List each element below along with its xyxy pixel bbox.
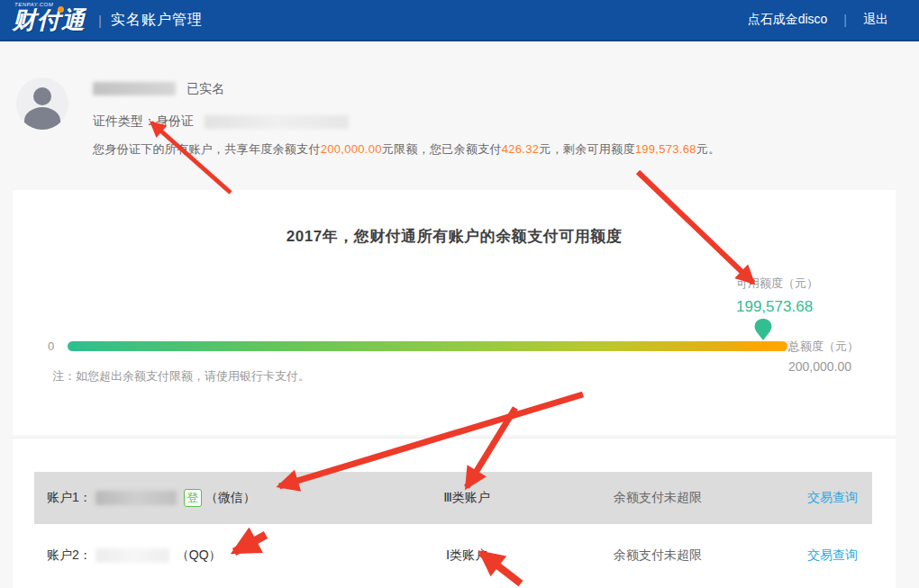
header-divider-2: | xyxy=(843,13,847,27)
quota-bar-fill xyxy=(68,341,787,351)
account-row-2: 账户2： （QQ） Ⅰ类账户 余额支付未超限 交易查询 xyxy=(34,529,872,582)
logout-link[interactable]: 退出 xyxy=(863,12,888,28)
account-1-main: 账户1： 登 （微信） xyxy=(34,489,399,507)
wechat-badge-icon: 登 xyxy=(184,489,202,507)
account-1-type: Ⅲ类账户 xyxy=(399,490,534,506)
chart-note: 注：如您超出余额支付限额，请使用银行卡支付。 xyxy=(52,368,310,384)
quota-bar-track xyxy=(68,341,797,351)
account-2-type: Ⅰ类账户 xyxy=(399,547,534,564)
account-2-label: 账户2： xyxy=(47,547,92,564)
accounts-card: 账户1： 登 （微信） Ⅲ类账户 余额支付未超限 交易查询 账户2： （QQ） … xyxy=(13,438,896,588)
account-1-platform: （微信） xyxy=(205,490,256,506)
redacted-account-1 xyxy=(96,491,177,505)
id-type-label: 证件类型：身份证 xyxy=(93,113,194,130)
page: TENPAY.COM 财付通 | 实名账户管理 点石成金disco | 退出 已… xyxy=(0,0,919,588)
summary-part1: 您身份证下的所有账户，共享年度余额支付 xyxy=(93,142,321,156)
account-1-status: 余额支付未超限 xyxy=(534,490,755,506)
summary-part2: 元限额，您已余额支付 xyxy=(382,142,502,156)
quota-summary-text: 您身份证下的所有账户，共享年度余额支付200,000.00元限额，您已余额支付4… xyxy=(93,141,720,158)
quota-chart-card: 2017年，您财付通所有账户的余额支付可用额度 可用额度（元） 199,573.… xyxy=(13,190,896,435)
tenpay-logo[interactable]: TENPAY.COM 财付通 xyxy=(13,5,86,36)
header-right: 点石成金disco | 退出 xyxy=(748,12,888,28)
profile-name-line: 已实名 xyxy=(93,81,224,96)
header-divider: | xyxy=(98,13,102,28)
annotation-arrow-id-type xyxy=(151,122,231,193)
profile-id-line: 证件类型：身份证 xyxy=(93,113,349,130)
available-quota-value: 199,573.68 xyxy=(736,298,813,316)
avatar-person-icon xyxy=(33,87,51,105)
chart-title: 2017年，您财付通所有账户的余额支付可用额度 xyxy=(13,226,896,247)
redacted-name xyxy=(93,82,176,95)
page-title: 实名账户管理 xyxy=(111,11,203,30)
account-1-label: 账户1： xyxy=(47,490,92,506)
account-2-action: 交易查询 xyxy=(807,547,872,564)
axis-zero-label: 0 xyxy=(48,339,54,353)
transaction-query-link-1[interactable]: 交易查询 xyxy=(807,490,858,504)
avatar-person-icon-body xyxy=(24,107,60,130)
account-2-platform: （QQ） xyxy=(177,547,222,564)
total-quota-label: 总额度（元） xyxy=(788,339,859,355)
account-1-action: 交易查询 xyxy=(807,490,872,506)
avatar xyxy=(16,77,68,130)
summary-remaining-value: 199,573.68 xyxy=(635,142,696,156)
tenpay-logo-text: 财付通 xyxy=(13,5,86,36)
account-row-1: 账户1： 登 （微信） Ⅲ类账户 余额支付未超限 交易查询 xyxy=(34,472,872,524)
summary-part4: 元。 xyxy=(696,142,721,156)
total-quota-value: 200,000.00 xyxy=(788,359,851,374)
redacted-id-number xyxy=(205,115,349,129)
account-2-status: 余额支付未超限 xyxy=(534,547,755,564)
quota-pin-icon xyxy=(753,318,773,341)
summary-used-value: 426.32 xyxy=(502,142,540,156)
available-quota-label: 可用额度（元） xyxy=(736,276,818,292)
redacted-account-2 xyxy=(96,548,169,563)
username-link[interactable]: 点石成金disco xyxy=(748,12,828,28)
summary-limit-value: 200,000.00 xyxy=(321,142,382,156)
transaction-query-link-2[interactable]: 交易查询 xyxy=(807,547,858,562)
logo-dot-icon xyxy=(58,6,64,13)
summary-part3: 元，剩余可用额度 xyxy=(539,142,634,156)
verified-label: 已实名 xyxy=(187,81,224,97)
top-header: TENPAY.COM 财付通 | 实名账户管理 点石成金disco | 退出 xyxy=(0,0,919,41)
account-2-main: 账户2： （QQ） xyxy=(34,547,399,564)
